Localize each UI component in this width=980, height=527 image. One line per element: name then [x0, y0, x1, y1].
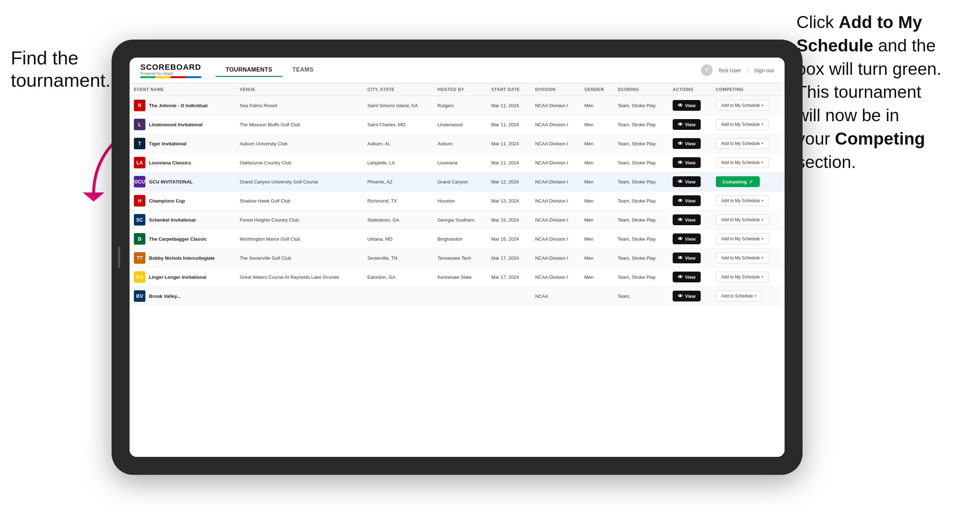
actions-cell: 👁 View: [668, 268, 711, 287]
view-button[interactable]: 👁 View: [673, 233, 700, 244]
gender-cell: Men: [580, 115, 614, 134]
gender-cell: Men: [580, 172, 614, 191]
view-button[interactable]: 👁 View: [673, 119, 700, 130]
start-date-cell: Mar 13, 2024: [487, 191, 531, 210]
actions-cell: 👁 View: [668, 134, 711, 153]
eye-icon: 👁: [678, 274, 683, 280]
gender-cell: Men: [580, 249, 614, 268]
venue-cell: Oakbourne Country Club: [235, 153, 363, 172]
eye-icon: 👁: [678, 179, 683, 184]
add-to-schedule-button[interactable]: Add to My Schedule +: [716, 214, 769, 225]
view-button[interactable]: 👁 View: [673, 157, 700, 168]
view-button[interactable]: 👁 View: [673, 214, 700, 225]
table-row: BV Brook Valley... NCAATeam, 👁 View Add …: [130, 287, 784, 306]
add-to-schedule-button[interactable]: Add to My Schedule +: [716, 233, 769, 244]
venue-cell: Great Waters Course At Reynolds Lake Oco…: [235, 268, 363, 287]
view-button[interactable]: 👁 View: [673, 252, 700, 264]
view-button[interactable]: 👁 View: [673, 176, 700, 187]
event-name: Lindenwood Invitational: [149, 122, 203, 127]
logo-sub: Powered by clippd: [140, 71, 201, 76]
col-scoring: SCORING: [613, 83, 668, 96]
add-to-schedule-button[interactable]: Add to My Schedule +: [716, 271, 769, 283]
actions-cell: 👁 View: [668, 153, 711, 172]
venue-cell: [235, 287, 363, 306]
city-state-cell: Eatonton, GA: [363, 268, 433, 287]
event-name: Tiger Invitational: [149, 141, 186, 146]
view-button[interactable]: 👁 View: [673, 271, 700, 283]
hosted-by-cell: Houston: [433, 191, 487, 210]
check-icon: ✓: [749, 179, 753, 184]
start-date-cell: Mar 11, 2024: [487, 153, 531, 172]
event-cell: R The Johnnie - O Individual: [134, 100, 231, 111]
venue-cell: Sea Palms Resort: [235, 96, 363, 115]
table-row: TT Bobby Nichols Intercollegiate The Sev…: [130, 249, 784, 268]
scoring-cell: Team, Stroke Play: [613, 249, 668, 268]
team-logo: B: [134, 233, 145, 244]
event-cell: KS Linger Longer Invitational: [134, 271, 231, 283]
table-row: H Champions Cup Shadow Hawk Golf ClubRic…: [130, 191, 784, 210]
tournaments-table: EVENT NAME VENUE CITY, STATE HOSTED BY S…: [130, 83, 784, 306]
sign-out-link[interactable]: Sign out: [754, 67, 774, 73]
add-to-schedule-button[interactable]: Add to My Schedule +: [716, 138, 769, 149]
col-hosted-by: HOSTED BY: [433, 83, 487, 96]
event-name-cell: T Tiger Invitational: [130, 134, 235, 153]
venue-cell: Shadow Hawk Golf Club: [235, 191, 363, 210]
scoring-cell: Team, Stroke Play: [613, 230, 668, 249]
team-logo: TT: [134, 252, 145, 264]
scoring-cell: Team, Stroke Play: [613, 134, 668, 153]
view-button[interactable]: 👁 View: [673, 138, 700, 149]
actions-cell: 👁 View: [668, 191, 711, 210]
eye-icon: 👁: [678, 122, 683, 127]
event-cell: GCU GCU INVITATIONAL: [134, 176, 231, 187]
add-to-schedule-button[interactable]: Add to My Schedule +: [716, 157, 769, 168]
venue-cell: The Missouri Bluffs Golf Club: [235, 115, 363, 134]
competing-button[interactable]: Competing ✓: [716, 176, 760, 187]
division-cell: NCAA Division I: [531, 230, 580, 249]
competing-cell: Add to My Schedule +: [711, 249, 784, 268]
scoring-cell: Team, Stroke Play: [613, 210, 668, 230]
event-cell: TT Bobby Nichols Intercollegiate: [134, 252, 231, 264]
table-row: KS Linger Longer Invitational Great Wate…: [130, 268, 784, 287]
add-to-schedule-button[interactable]: Add to My Schedule +: [716, 100, 769, 111]
start-date-cell: Mar 15, 2024: [487, 210, 531, 230]
tab-teams[interactable]: TEAMS: [283, 63, 324, 77]
city-state-cell: Phoenix, AZ: [363, 172, 433, 191]
event-cell: BV Brook Valley...: [134, 290, 231, 302]
event-name-cell: LA Louisiana Classics: [130, 153, 235, 172]
tab-tournaments[interactable]: TOURNAMENTS: [216, 63, 283, 77]
event-name: GCU INVITATIONAL: [149, 179, 193, 184]
team-logo: BV: [134, 290, 145, 302]
add-to-schedule-button[interactable]: Add to My Schedule +: [716, 252, 769, 264]
start-date-cell: Mar 11, 2024: [487, 96, 531, 115]
actions-cell: 👁 View: [668, 230, 711, 249]
tablet-frame: SCOREBOARD Powered by clippd TOURNAMENTS…: [111, 40, 803, 475]
eye-icon: 👁: [678, 293, 683, 299]
table-body: R The Johnnie - O Individual Sea Palms R…: [130, 96, 784, 306]
event-name: The Johnnie - O Individual: [149, 103, 208, 108]
scoring-cell: Team, Stroke Play: [613, 268, 668, 287]
event-name-cell: B The Carpetbagger Classic: [130, 230, 235, 249]
col-actions: ACTIONS: [668, 83, 711, 96]
gender-cell: Men: [580, 96, 614, 115]
event-name-cell: GCU GCU INVITATIONAL: [130, 172, 235, 191]
start-date-cell: Mar 11, 2024: [487, 115, 531, 134]
eye-icon: 👁: [678, 217, 683, 223]
division-cell: NCAA: [531, 287, 580, 306]
view-button[interactable]: 👁 View: [673, 290, 700, 302]
add-to-schedule-button[interactable]: Add to My Schedule +: [716, 119, 769, 130]
hosted-by-cell: Binghamton: [433, 230, 487, 249]
col-competing: COMPETING: [711, 83, 784, 96]
city-state-cell: [363, 287, 433, 306]
division-cell: NCAA Division I: [531, 268, 580, 287]
hosted-by-cell: [433, 287, 487, 306]
actions-cell: 👁 View: [668, 172, 711, 191]
hosted-by-cell: Rutgers: [433, 96, 487, 115]
actions-cell: 👁 View: [668, 287, 711, 306]
view-button[interactable]: 👁 View: [673, 100, 700, 111]
add-to-schedule-button[interactable]: Add to Schedule +: [716, 290, 762, 302]
view-button[interactable]: 👁 View: [673, 195, 700, 206]
col-division: DIVISION: [531, 83, 580, 96]
event-name: Bobby Nichols Intercollegiate: [149, 256, 215, 261]
table-row: SC Schenkel Invitational Forest Heights …: [130, 210, 784, 230]
add-to-schedule-button[interactable]: Add to My Schedule +: [716, 195, 769, 206]
